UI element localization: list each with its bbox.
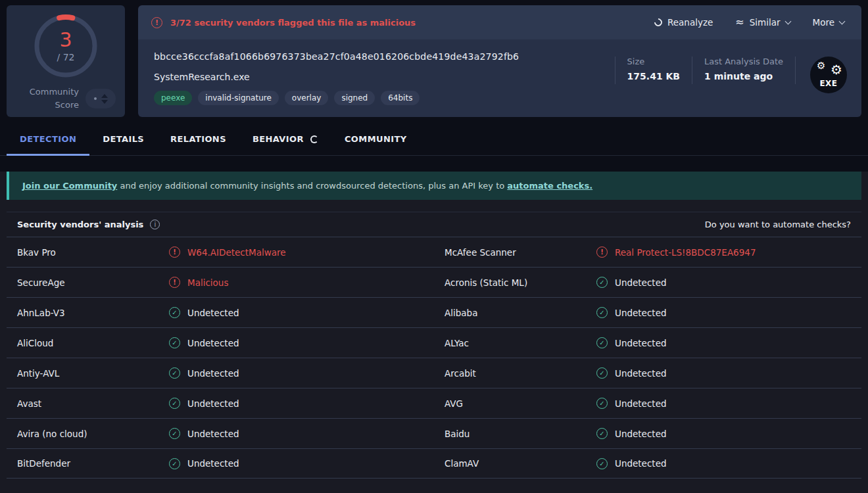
reanalyze-button[interactable]: Reanalyze — [654, 17, 713, 28]
alert-exclamation-icon: ! — [151, 17, 162, 28]
vendor-cell: AhnLab-V3✓Undetected — [7, 298, 434, 327]
file-report-card: ! 3/72 security vendors flagged this fil… — [138, 5, 861, 117]
alert-icon: ! — [169, 246, 180, 258]
similar-button[interactable]: ≈ Similar — [735, 17, 790, 28]
vendor-result: ✓Undetected — [169, 367, 239, 379]
vendor-cell: ClamAV✓Undetected — [434, 449, 861, 478]
file-name: SystemResearch.exe — [154, 72, 615, 82]
check-icon: ✓ — [169, 367, 180, 379]
table-row: Antiy-AVL✓UndetectedArcabit✓Undetected — [7, 358, 861, 388]
vendor-cell: Antiy-AVL✓Undetected — [7, 358, 434, 388]
last-analysis-value: 1 minute ago — [704, 71, 783, 82]
analysis-title: Security vendors' analysis — [17, 220, 143, 229]
vendor-name: AliCloud — [7, 338, 53, 348]
community-score-card: 3 / 72 Community Score — [7, 5, 125, 117]
check-icon: ✓ — [169, 458, 180, 469]
vendor-cell: Arcabit✓Undetected — [434, 358, 861, 388]
detection-content: Join our Community and enjoy additional … — [0, 172, 868, 493]
vendor-cell: ALYac✓Undetected — [434, 328, 861, 358]
file-type-exe-icon: ⚙ ⚙ EXE — [810, 57, 847, 93]
gear-icon: ⚙ — [831, 62, 842, 78]
result-text: Undetected — [187, 308, 239, 318]
check-icon: ✓ — [169, 307, 180, 318]
result-text: Undetected — [615, 429, 667, 439]
divider — [692, 57, 692, 84]
result-text: Real Protect-LS!8BDC87EA6947 — [615, 247, 756, 258]
vote-down-icon[interactable] — [101, 100, 108, 104]
divider — [615, 57, 615, 84]
vendor-result: ✓Undetected — [169, 428, 239, 439]
alert-text: 3/72 security vendors flagged this file … — [170, 18, 416, 28]
community-promo-banner: Join our Community and enjoy additional … — [7, 172, 861, 200]
vendor-name: SecureAge — [7, 277, 65, 288]
total-engines: / 72 — [57, 52, 75, 62]
result-text: Undetected — [187, 429, 239, 439]
tab-community[interactable]: COMMUNITY — [331, 134, 420, 156]
last-analysis-block: Last Analysis Date 1 minute ago — [704, 57, 783, 82]
result-text: Undetected — [615, 338, 667, 348]
join-community-link[interactable]: Join our Community — [22, 181, 117, 191]
vendor-name: Antiy-AVL — [7, 368, 59, 379]
vendor-result: ✓Undetected — [169, 337, 239, 348]
vendor-name: Baidu — [434, 429, 470, 439]
vendor-result: ✓Undetected — [596, 367, 667, 379]
result-text: Undetected — [187, 458, 239, 469]
tag-64bits[interactable]: 64bits — [381, 91, 420, 105]
vendor-result: ✓Undetected — [596, 277, 667, 288]
vendor-name: AhnLab-V3 — [7, 308, 65, 318]
vendor-result: !Malicious — [169, 277, 228, 288]
refresh-icon — [653, 17, 664, 28]
check-icon: ✓ — [596, 428, 608, 439]
tabs: DETECTIONDETAILSRELATIONSBEHAVIORCOMMUNI… — [0, 117, 868, 156]
table-row: Avira (no cloud)✓UndetectedBaidu✓Undetec… — [7, 418, 861, 448]
automate-checks-question[interactable]: Do you want to automate checks? — [705, 220, 851, 229]
table-row: AhnLab-V3✓UndetectedAlibaba✓Undetected — [7, 297, 861, 327]
reanalyze-label: Reanalyze — [667, 17, 713, 28]
table-row: AliCloud✓UndetectedALYac✓Undetected — [7, 327, 861, 358]
gear-icon: ⚙ — [817, 60, 825, 72]
tab-behavior[interactable]: BEHAVIOR — [239, 134, 331, 156]
automate-checks-link[interactable]: automate checks. — [507, 181, 592, 191]
community-score-label-line2: Score — [16, 99, 79, 112]
vendor-result: ✓Undetected — [596, 428, 667, 439]
alert-icon: ! — [169, 277, 180, 288]
vote-up-icon[interactable] — [101, 94, 108, 98]
table-row: Bkav Pro!W64.AIDetectMalwareMcAfee Scann… — [7, 237, 861, 267]
tab-label: RELATIONS — [170, 134, 226, 144]
vendor-name: McAfee Scanner — [434, 247, 516, 258]
divider — [795, 57, 796, 84]
community-vote-widget[interactable] — [85, 89, 116, 108]
vendor-result: ✓Undetected — [169, 307, 239, 318]
loading-spinner-icon — [310, 135, 318, 143]
vendor-cell: Baidu✓Undetected — [434, 419, 861, 448]
vendor-name: Bkav Pro — [7, 247, 56, 258]
vendor-result: ✓Undetected — [596, 307, 667, 318]
vendor-table: Bkav Pro!W64.AIDetectMalwareMcAfee Scann… — [7, 237, 861, 479]
vendor-name: Avast — [7, 398, 41, 409]
tag-signed[interactable]: signed — [334, 91, 375, 105]
malicious-count: 3 — [59, 30, 72, 50]
result-text: Undetected — [187, 338, 239, 348]
tag-overlay[interactable]: overlay — [285, 91, 329, 105]
info-icon[interactable]: i — [150, 220, 160, 229]
vendor-result: !Real Protect-LS!8BDC87EA6947 — [596, 246, 756, 258]
vendor-cell: AVG✓Undetected — [434, 388, 861, 418]
community-score-label-line1: Community — [16, 85, 79, 99]
vendor-cell: Acronis (Static ML)✓Undetected — [434, 268, 861, 297]
more-button[interactable]: More — [813, 17, 844, 28]
chevron-down-icon — [839, 18, 846, 24]
result-text: Undetected — [187, 398, 239, 409]
check-icon: ✓ — [596, 307, 608, 318]
similar-icon: ≈ — [735, 18, 744, 26]
table-row: SecureAge!MaliciousAcronis (Static ML)✓U… — [7, 267, 861, 297]
tag-invalid-signature[interactable]: invalid-signature — [198, 91, 279, 105]
vendor-name: ClamAV — [434, 458, 479, 469]
result-text: Undetected — [615, 308, 667, 318]
tab-details[interactable]: DETAILS — [89, 134, 157, 156]
file-size-block: Size 175.41 KB — [627, 57, 680, 82]
tag-peexe[interactable]: peexe — [154, 91, 192, 105]
tab-relations[interactable]: RELATIONS — [157, 134, 239, 156]
tab-detection[interactable]: DETECTION — [7, 134, 89, 156]
result-text: Undetected — [615, 458, 667, 469]
check-icon: ✓ — [596, 458, 608, 469]
